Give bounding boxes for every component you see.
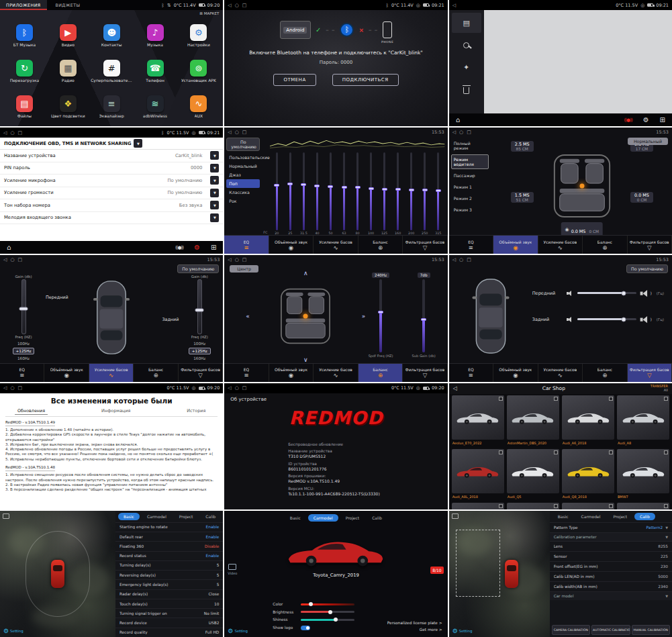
eq-band[interactable]: 125 bbox=[378, 152, 391, 235]
broadcast-icon[interactable]: ((●)) bbox=[175, 245, 183, 250]
delay-front-left[interactable]: 2.5 MS85 CM bbox=[511, 141, 534, 152]
listening-mode-item[interactable]: Режим 1 bbox=[451, 182, 489, 192]
search-icon[interactable] bbox=[452, 35, 481, 55]
checkbox-icon[interactable] bbox=[609, 450, 613, 454]
front-gain-slider[interactable]: Gain (db) Freq (HZ) 100Hz+125Hz160Hz bbox=[7, 274, 40, 361]
car-model-card[interactable]: Audi_Q5 bbox=[507, 449, 559, 500]
filter-slider-knob[interactable] bbox=[621, 291, 626, 295]
tab-applications[interactable]: ПРИЛОЖЕНИЯ bbox=[0, 0, 47, 10]
listening-mode-item[interactable]: Пассажир bbox=[451, 170, 489, 181]
screen-grid-icon[interactable]: ⊞ bbox=[211, 244, 216, 251]
settings-row[interactable]: Мелодия входящего звонка ▼ bbox=[0, 212, 223, 225]
checkbox-icon[interactable] bbox=[499, 397, 503, 401]
audio-tab[interactable]: Фильтрация басов ▽ bbox=[403, 364, 447, 382]
audio-tab[interactable]: EQ ≡ bbox=[449, 364, 493, 382]
eq-band-knob[interactable] bbox=[382, 188, 387, 191]
camera-setting-row[interactable]: Reversing delay(s) 5 bbox=[115, 570, 223, 579]
eq-band[interactable]: 200 bbox=[405, 152, 418, 235]
car-model-card[interactable]: Audi_A6_2018 bbox=[562, 395, 614, 446]
nav-recents-icon[interactable]: □ bbox=[242, 3, 247, 8]
calibration-setting-row[interactable]: Sensor 225 bbox=[550, 551, 672, 561]
slider-knob[interactable] bbox=[309, 602, 313, 606]
filter-all-label[interactable]: All bbox=[664, 389, 668, 392]
checkbox-icon[interactable] bbox=[664, 397, 668, 401]
checkbox-icon[interactable] bbox=[664, 504, 668, 508]
camera-settings-tab[interactable]: Calib bbox=[367, 514, 387, 522]
camera-settings-tab[interactable]: Carmodel bbox=[142, 513, 172, 520]
shiness-control[interactable]: Shiness bbox=[273, 618, 354, 622]
nav-recents-icon[interactable]: □ bbox=[242, 385, 247, 391]
nav-back-icon[interactable]: ◁ bbox=[228, 130, 231, 135]
app-item[interactable]: ▶ Видео bbox=[46, 17, 90, 53]
camera-setting-row[interactable]: Record status Enable bbox=[115, 551, 223, 560]
back-icon[interactable]: ◁ bbox=[453, 385, 457, 391]
app-item[interactable]: ♪ Музыка bbox=[134, 17, 177, 53]
eq-band-knob[interactable] bbox=[422, 189, 428, 191]
car-model-card[interactable]: Aeolus_E70_2022 bbox=[452, 395, 504, 446]
audio-tab[interactable]: Фильтрация басов ▽ bbox=[628, 364, 672, 382]
cancel-button[interactable]: ОТМЕНА bbox=[273, 74, 316, 86]
audio-tab[interactable]: Объёмный звук ◉ bbox=[493, 236, 538, 254]
eq-band[interactable]: 40 bbox=[310, 152, 324, 235]
market-link[interactable]: ⊞ МАРКЕТ bbox=[199, 11, 219, 15]
car-model-card[interactable]: AstonMartin_DBS_2020 bbox=[507, 395, 559, 446]
trash-icon[interactable] bbox=[452, 79, 481, 99]
nav-home-icon[interactable]: ○ bbox=[459, 130, 463, 135]
car-model-card[interactable]: Audi_A8L_2018 bbox=[452, 449, 504, 500]
audio-tab[interactable]: Усиление басов ∿ bbox=[314, 236, 358, 254]
transfer-button[interactable]: TRANSFER bbox=[651, 385, 668, 388]
default-preset-button[interactable]: По умолчанию bbox=[226, 138, 260, 151]
nav-recents-icon[interactable]: □ bbox=[18, 130, 23, 136]
setting-button[interactable]: ⚙ Setting bbox=[228, 628, 248, 634]
camera-settings-tab[interactable]: Calib bbox=[200, 513, 221, 520]
audio-tab[interactable]: Баланс ⊕ bbox=[358, 364, 403, 382]
nav-back-icon[interactable]: ◁ bbox=[3, 130, 7, 136]
settings-row[interactable]: Усиление микрофона По умолчанию ▼ bbox=[0, 175, 223, 187]
brightness-control[interactable]: Brightness bbox=[273, 610, 354, 614]
camera-setting-row[interactable]: Starting engine to rotate Enable bbox=[115, 522, 223, 532]
audio-tab[interactable]: Баланс ⊕ bbox=[134, 364, 178, 382]
dropdown-caret-icon[interactable]: ▼ bbox=[210, 189, 219, 197]
eq-band[interactable]: 315 bbox=[432, 152, 445, 235]
eq-band[interactable]: 20 bbox=[270, 152, 283, 235]
listening-position-dot[interactable] bbox=[579, 184, 584, 189]
arrow-right-icon[interactable]: » bbox=[362, 313, 366, 320]
arrow-left-icon[interactable]: « bbox=[246, 313, 250, 320]
nav-home-icon[interactable]: ○ bbox=[235, 130, 239, 135]
camera-setting-row[interactable]: Radar delay(s) Close bbox=[115, 589, 223, 599]
bass-freq-option[interactable]: 160Hz bbox=[190, 355, 209, 362]
calibration-parameter-section[interactable]: Calibration parameter ▼ bbox=[550, 532, 672, 541]
camera-setting-row[interactable]: Turning delay(s) 5 bbox=[115, 560, 223, 570]
obd-header-row[interactable]: ПОДКЛЮЧЕНИЕ OBD, TMS И NETWORK SHARING ▼ bbox=[0, 138, 223, 150]
app-item[interactable]: ≡ Эквалайзер bbox=[90, 89, 134, 125]
camera-calibration-button[interactable]: CAMERA CALIBRATION bbox=[552, 625, 590, 635]
eq-preset-item[interactable]: Нормальный bbox=[226, 162, 260, 170]
eq-band[interactable]: 25 bbox=[283, 152, 297, 235]
camera-settings-tab[interactable]: Carmodel bbox=[308, 514, 338, 522]
camera-view-icon[interactable] bbox=[452, 513, 459, 519]
calibration-setting-row[interactable]: Front offset(EG in mm) 230 bbox=[550, 561, 672, 571]
app-item[interactable]: ↻ Перезагрузка bbox=[3, 53, 46, 89]
audio-tab[interactable]: Объёмный звук ◉ bbox=[269, 364, 314, 382]
app-item[interactable]: ☻ Контакты bbox=[90, 17, 134, 53]
camera-settings-tab[interactable]: Project bbox=[608, 513, 632, 520]
broadcast-icon[interactable]: ((●)) bbox=[624, 117, 632, 123]
audio-tab[interactable]: Объёмный звук ◉ bbox=[44, 364, 89, 382]
checkbox-icon[interactable] bbox=[609, 504, 613, 508]
gear-icon[interactable]: ⚙ bbox=[194, 244, 200, 251]
checkbox-icon[interactable] bbox=[554, 450, 558, 454]
nav-recents-icon[interactable]: □ bbox=[18, 257, 23, 262]
camera-settings-tab[interactable]: Project bbox=[340, 514, 365, 522]
nav-back-icon[interactable]: ◁ bbox=[3, 385, 7, 391]
camera-settings-tab[interactable]: Carmodel bbox=[576, 513, 606, 520]
camera-settings-tab[interactable]: Basic bbox=[118, 513, 140, 520]
dropdown-caret-icon[interactable]: ▼ bbox=[210, 213, 219, 222]
home-icon[interactable]: ⌂ bbox=[7, 244, 11, 251]
eq-band-knob[interactable] bbox=[436, 189, 441, 192]
color-slider[interactable] bbox=[301, 603, 354, 605]
gain-knob[interactable] bbox=[19, 307, 28, 311]
audio-tab[interactable]: Фильтрация басов ▽ bbox=[628, 236, 672, 254]
slider-knob[interactable] bbox=[328, 610, 332, 614]
camera-setting-row[interactable]: Turning signal trigger on No limit bbox=[115, 608, 223, 618]
tab-widgets[interactable]: ВИДЖЕТЫ bbox=[50, 0, 87, 10]
